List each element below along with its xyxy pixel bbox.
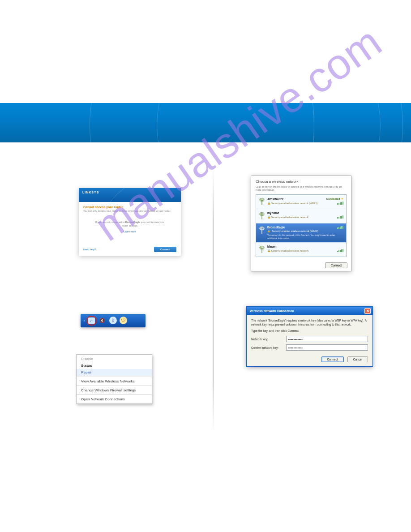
ctx-sep-2 [77,386,152,386]
key-prompt: Type the key, and then click Connect. [251,329,368,333]
ctx-status[interactable]: Status [77,362,152,369]
antenna-icon [259,197,265,206]
security-label: Security-enabled wireless network (WPA2) [272,230,318,232]
lock-icon: 🔒 [267,230,270,232]
connect-note: To connect to this network, click Connec… [267,234,343,240]
star-icon: ★ [341,197,343,200]
choose-network-window: Choose a wireless network Click an item … [251,176,351,271]
ctx-view-networks[interactable]: View Available Wireless Networks [77,378,152,385]
linksys-header: LINKSYS [79,188,181,202]
antenna-icon [259,245,265,254]
wl-title: Choose a wireless network [256,180,347,184]
key-description: The network 'BronzeEagle' requires a net… [251,319,368,327]
linksys-connect-button[interactable]: Connect [154,247,176,252]
signal-bars-icon [337,226,343,229]
close-icon[interactable]: ✕ [364,308,371,314]
wireless-network-list: JimsRouter Connected ★ 🔒 Security-enable… [256,194,347,257]
bluetooth-icon[interactable]: ᛒ [109,317,117,324]
security-shield-icon[interactable]: 🛡 [120,317,127,324]
signal-bars-icon [337,202,343,205]
network-key-field[interactable] [286,336,368,342]
network-key-dialog: Wireless Network Connection ✕ The networ… [246,306,373,367]
security-label: Security-enabled wireless network [271,216,308,219]
linksys-msg-before: If you are not connected to [95,221,124,223]
volume-muted-icon[interactable]: 🔇 [98,316,107,325]
key-cancel-button[interactable]: Cancel [347,356,368,362]
network-name: BronzeEagle [267,226,285,229]
linksys-title: Cannot access your router [83,206,176,209]
network-item[interactable]: myhome 🔒 Security-enabled wireless netwo… [256,209,346,223]
ctx-sep-3 [77,395,152,395]
lock-icon: 🔒 [267,216,270,219]
linksys-subtitle: You can only access your router settings… [83,210,176,212]
network-item[interactable]: Mason 🔒 Security-enabled wireless networ… [256,243,346,257]
ctx-sep-1 [77,377,152,377]
linksys-msg-network: BronzeEagle [125,221,140,223]
connect-button[interactable]: Connect [325,262,347,268]
connected-status: Connected [326,197,340,200]
security-label: Security-enabled wireless network (WPA2) [271,202,318,205]
need-help-link[interactable]: Need help? [83,248,96,251]
learn-more-link[interactable]: Learn more [94,230,166,233]
column-divider [213,168,214,432]
network-name: myhome [267,211,343,215]
lock-icon: 🔒 [267,249,270,252]
confirm-key-label: Confirm network key: [251,346,286,349]
network-item-selected[interactable]: BronzeEagle 🔒 Security-enabled wireless … [256,223,346,243]
ctx-open-connections[interactable]: Open Network Connections [77,396,152,403]
antenna-icon [259,211,265,221]
page-banner [0,103,411,142]
signal-bars-icon [337,249,343,252]
ctx-repair[interactable]: Repair [77,369,152,376]
dialog-title: Wireless Network Connection [250,309,294,313]
dialog-titlebar: Wireless Network Connection ✕ [247,307,372,315]
linksys-brand: LINKSYS [82,191,99,194]
key-connect-button[interactable]: Connect [321,356,344,362]
ctx-disable[interactable]: Disable [77,356,152,362]
wl-subtitle: Click an item in the list below to conne… [256,185,347,192]
confirm-key-field[interactable] [286,344,368,351]
network-tray-icon[interactable]: ⌐ [86,316,97,326]
ctx-firewall[interactable]: Change Windows Firewall settings [77,387,152,394]
network-item[interactable]: JimsRouter Connected ★ 🔒 Security-enable… [256,195,346,209]
network-key-label: Network key: [251,338,286,341]
linksys-card: LINKSYS Cannot access your router You ca… [79,188,181,256]
security-label: Security-enabled wireless network [271,249,308,252]
network-context-menu: Disable Status Repair View Available Wir… [76,354,152,404]
system-tray: ‹ ⌐ 🔇 ᛒ 🛡 [81,314,146,327]
signal-bars-icon [337,215,343,219]
network-name: JimsRouter [267,197,283,201]
antenna-icon [259,226,265,235]
lock-icon: 🔒 [267,202,270,205]
network-name: Mason [267,245,343,248]
